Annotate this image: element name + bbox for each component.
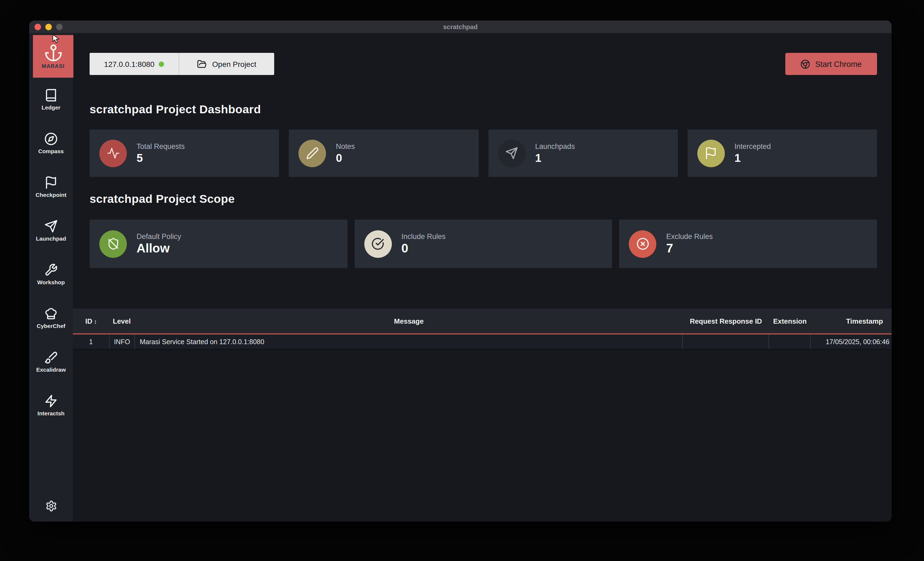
zap-icon [44, 394, 58, 408]
column-header-label: Request Response ID [690, 317, 762, 325]
stat-value: 1 [735, 151, 771, 164]
sidebar-item-excalidraw[interactable]: Excalidraw [29, 351, 73, 373]
stat-card-launchpads: Launchpads 1 [488, 129, 678, 177]
cell-timestamp: 17/05/2025, 00:06:46 [811, 334, 892, 349]
app-window: scratchpad MARASI Ledger [29, 21, 892, 522]
circle-check-icon [371, 237, 384, 250]
main-content: 127.0.0.1:8080 Open Project Start Chrome [73, 33, 892, 522]
sidebar-item-cyberchef[interactable]: CyberChef [29, 307, 73, 329]
sidebar-item-label: Interactsh [38, 410, 64, 416]
flag-icon [705, 147, 717, 160]
brush-icon [44, 351, 58, 364]
stat-icon-circle [299, 139, 326, 167]
scope-cards-row: Default Policy Allow Include Rules 0 [90, 220, 877, 268]
stat-card-notes: Notes 0 [289, 129, 479, 177]
column-header-id[interactable]: ID↕ [73, 317, 110, 325]
compass-icon [44, 132, 58, 146]
settings-button[interactable] [44, 499, 58, 513]
stat-value: 5 [136, 151, 185, 164]
dashboard-title: scratchpad Project Dashboard [90, 103, 877, 117]
wrench-icon [44, 263, 58, 277]
sidebar-item-checkpoint[interactable]: Checkpoint [29, 176, 73, 198]
table-row[interactable]: 1 INFO Marasi Service Started on 127.0.0… [73, 334, 892, 350]
chrome-icon [801, 59, 810, 69]
anchor-icon [44, 44, 62, 62]
proxy-address-group: 127.0.0.1:8080 Open Project [90, 53, 274, 75]
sidebar-item-launchpad[interactable]: Launchpad [29, 220, 73, 242]
column-header-label: Message [394, 317, 424, 325]
dashboard-stats-row: Total Requests 5 Notes 0 [90, 129, 877, 177]
column-header-label: Extension [773, 317, 807, 325]
column-header-message[interactable]: Message [135, 317, 683, 325]
activity-icon [106, 147, 120, 160]
sidebar-item-interactsh[interactable]: Interactsh [29, 394, 73, 416]
send-icon [44, 220, 58, 233]
sidebar-item-label: Ledger [42, 104, 60, 111]
folder-open-icon [197, 59, 207, 69]
stat-card-intercepted: Intercepted 1 [688, 129, 878, 177]
stat-value: 1 [535, 151, 575, 164]
cell-message: Marasi Service Started on 127.0.0.1:8080 [135, 334, 683, 349]
sort-icon[interactable]: ↕ [94, 318, 97, 325]
circle-x-icon [636, 237, 649, 250]
sidebar-item-compass[interactable]: Compass [29, 132, 73, 154]
pencil-icon [306, 147, 319, 160]
window-title: scratchpad [29, 23, 892, 30]
sidebar-item-label: Compass [38, 148, 64, 154]
cell-extension [769, 334, 811, 349]
scope-label: Include Rules [401, 232, 446, 241]
column-header-label: Timestamp [846, 317, 883, 325]
open-project-label: Open Project [212, 60, 256, 68]
column-header-label: Level [113, 317, 131, 325]
scope-icon-circle [629, 230, 657, 257]
log-table-header: ID↕ Level Message Request Response ID Ex… [73, 308, 892, 334]
open-project-button[interactable]: Open Project [179, 53, 274, 75]
scope-title: scratchpad Project Scope [90, 193, 877, 206]
scope-label: Exclude Rules [666, 232, 713, 241]
chef-hat-icon [44, 307, 58, 320]
stat-value: 0 [336, 151, 355, 164]
proxy-address[interactable]: 127.0.0.1:8080 [90, 53, 178, 75]
flag-icon [44, 176, 58, 189]
stat-label: Launchpads [535, 142, 575, 151]
start-chrome-label: Start Chrome [815, 60, 862, 68]
scope-card-include-rules: Include Rules 0 [354, 220, 612, 268]
column-header-level[interactable]: Level [110, 317, 135, 325]
sidebar-item-workshop[interactable]: Workshop [29, 263, 73, 285]
scope-value: Allow [136, 242, 181, 256]
proxy-address-text: 127.0.0.1:8080 [104, 60, 154, 68]
stat-label: Notes [336, 142, 355, 151]
stat-icon-circle [498, 139, 525, 167]
scope-label: Default Policy [136, 232, 181, 241]
stat-card-total-requests: Total Requests 5 [90, 129, 279, 177]
sidebar-nav: Ledger Compass Checkpoint Launchpad [29, 88, 73, 416]
cell-id: 1 [73, 334, 110, 349]
stat-label: Intercepted [735, 142, 771, 151]
stat-icon-circle [99, 139, 127, 167]
scope-card-exclude-rules: Exclude Rules 7 [620, 220, 877, 268]
cell-level: INFO [110, 334, 135, 349]
top-toolbar: 127.0.0.1:8080 Open Project Start Chrome [90, 53, 877, 75]
scope-value: 7 [666, 242, 713, 256]
stat-icon-circle [698, 139, 725, 167]
logo-brand-text: MARASI [42, 63, 65, 69]
sidebar-item-label: Workshop [37, 279, 65, 285]
column-header-timestamp[interactable]: Timestamp [811, 317, 892, 325]
scope-icon-circle [99, 230, 127, 257]
column-header-label: ID [85, 317, 92, 325]
sidebar-item-label: Checkpoint [36, 191, 66, 198]
marasi-logo: MARASI [33, 35, 74, 78]
shield-off-icon [106, 237, 120, 250]
scope-value: 0 [401, 242, 446, 256]
start-chrome-button[interactable]: Start Chrome [785, 53, 877, 75]
scope-card-default-policy: Default Policy Allow [90, 220, 347, 268]
book-icon [44, 88, 58, 102]
cell-request-response-id [683, 334, 769, 349]
scope-icon-circle [364, 230, 392, 257]
gear-icon [45, 500, 57, 512]
sidebar-item-ledger[interactable]: Ledger [29, 88, 73, 111]
titlebar[interactable]: scratchpad [29, 21, 892, 33]
column-header-request-response-id[interactable]: Request Response ID [683, 317, 769, 325]
column-header-extension[interactable]: Extension [769, 317, 811, 325]
desktop-background: scratchpad MARASI Ledger [0, 0, 924, 561]
